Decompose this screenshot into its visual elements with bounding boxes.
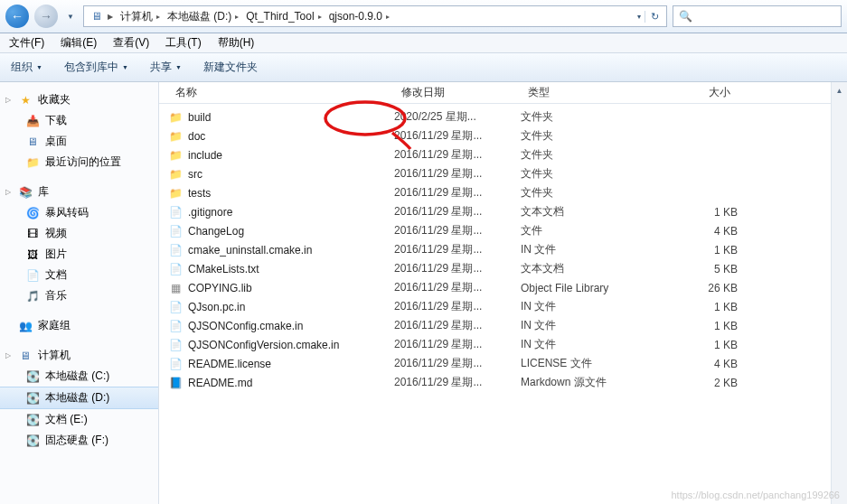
file-name: QJSONConfig.cmake.in xyxy=(188,320,303,332)
sidebar-libraries[interactable]: ▷📚库 xyxy=(0,182,158,202)
column-type[interactable]: 类型 xyxy=(521,85,665,100)
sidebar-item-desktop[interactable]: 🖥桌面 xyxy=(0,131,158,152)
video-icon: 🎞 xyxy=(25,227,40,241)
breadcrumb-segment[interactable]: qjson-0.9.0▸ xyxy=(325,10,393,23)
file-size: 1 KB xyxy=(665,244,738,257)
file-row[interactable]: 📁include2016/11/29 星期...文件夹 xyxy=(159,145,847,164)
search-input[interactable]: 🔍 xyxy=(673,5,842,27)
column-name[interactable]: 名称 xyxy=(168,85,394,100)
file-name: QJson.pc.in xyxy=(188,301,245,313)
file-type: 文件夹 xyxy=(521,185,665,201)
file-date: 2016/11/29 星期... xyxy=(394,261,521,276)
file-type: 文件夹 xyxy=(521,109,665,125)
menu-tools[interactable]: 工具(T) xyxy=(165,35,201,51)
desktop-icon: 🖥 xyxy=(25,135,40,149)
file-row[interactable]: 📁doc2016/11/29 星期...文件夹 xyxy=(159,126,847,145)
file-name: tests xyxy=(188,187,211,200)
file-name: build xyxy=(188,111,211,124)
file-row[interactable]: 📄QJSONConfigVersion.cmake.in2016/11/29 星… xyxy=(159,335,847,354)
menu-view[interactable]: 查看(V) xyxy=(113,35,149,51)
refresh-button[interactable]: ↻ xyxy=(645,11,664,23)
file-row[interactable]: 📁src2016/11/29 星期...文件夹 xyxy=(159,164,847,183)
file-size: 1 KB xyxy=(665,339,738,351)
file-row[interactable]: 📄QJSONConfig.cmake.in2016/11/29 星期...IN … xyxy=(159,316,847,335)
menu-help[interactable]: 帮助(H) xyxy=(218,35,255,51)
file-row[interactable]: 📄ChangeLog2016/11/29 星期...文件4 KB xyxy=(159,221,847,240)
sidebar-item-drive-c[interactable]: 💽本地磁盘 (C:) xyxy=(0,366,158,387)
sidebar: ▷★收藏夹 📥下载 🖥桌面 📁最近访问的位置 ▷📚库 🌀暴风转码 🎞视频 🖼图片… xyxy=(0,82,159,504)
share-button[interactable]: 共享 ▼ xyxy=(150,60,182,75)
file-type: IN 文件 xyxy=(521,242,665,257)
sidebar-item-drive-d[interactable]: 💽本地磁盘 (D:) xyxy=(0,387,158,409)
sidebar-item-pictures[interactable]: 🖼图片 xyxy=(0,244,158,265)
file-size: 1 KB xyxy=(665,320,738,332)
column-date[interactable]: 修改日期 xyxy=(394,85,521,100)
sidebar-item-documents[interactable]: 📄文档 xyxy=(0,265,158,285)
file-icon: 📄 xyxy=(168,300,183,314)
file-type: 文件夹 xyxy=(521,147,665,163)
nav-bar: ← → ▼ 🖥▶ 计算机▸ 本地磁盘 (D:)▸ Qt_Third_Tool▸ … xyxy=(0,0,847,33)
file-date: 2016/11/29 星期... xyxy=(394,128,521,144)
file-icon: 📄 xyxy=(168,262,183,276)
file-row[interactable]: 📘README.md2016/11/29 星期...Markdown 源文件2 … xyxy=(159,373,847,392)
sidebar-item-drive-e[interactable]: 💽文档 (E:) xyxy=(0,409,158,430)
search-icon: 🔍 xyxy=(679,10,692,23)
file-date: 2016/11/29 星期... xyxy=(394,337,521,352)
folder-icon: 📁 xyxy=(168,167,183,182)
file-date: 2016/11/29 星期... xyxy=(394,318,521,333)
file-icon: 📄 xyxy=(168,224,183,238)
history-dropdown-icon[interactable]: ▼ xyxy=(63,13,78,21)
file-row[interactable]: 📄QJson.pc.in2016/11/29 星期...IN 文件1 KB xyxy=(159,297,847,316)
file-date: 2016/11/29 星期... xyxy=(394,356,521,371)
file-row[interactable]: 📄README.license2016/11/29 星期...LICENSE 文… xyxy=(159,354,847,373)
new-folder-button[interactable]: 新建文件夹 xyxy=(203,60,258,75)
breadcrumb-segment[interactable]: 本地磁盘 (D:)▸ xyxy=(164,9,242,24)
file-date: 2016/11/29 星期... xyxy=(394,147,521,163)
computer-icon: 🖥 xyxy=(89,9,104,23)
menu-file[interactable]: 文件(F) xyxy=(9,35,44,51)
file-date: 2016/11/29 星期... xyxy=(394,375,521,390)
file-name: README.md xyxy=(188,377,252,389)
sidebar-favorites[interactable]: ▷★收藏夹 xyxy=(0,89,158,110)
include-library-button[interactable]: 包含到库中 ▼ xyxy=(64,60,128,75)
file-type: Markdown 源文件 xyxy=(521,375,665,390)
file-row[interactable]: 📄.gitignore2016/11/29 星期...文本文档1 KB xyxy=(159,202,847,221)
file-row[interactable]: 📁build2020/2/25 星期...文件夹 xyxy=(159,107,847,126)
sidebar-computer[interactable]: ▷🖥计算机 xyxy=(0,345,158,366)
file-name: ChangeLog xyxy=(188,225,244,238)
column-size[interactable]: 大小 xyxy=(665,85,738,100)
breadcrumb-segment[interactable]: Qt_Third_Tool▸ xyxy=(242,10,325,23)
document-icon: 📄 xyxy=(25,268,40,283)
file-row[interactable]: 📄CMakeLists.txt2016/11/29 星期...文本文档5 KB xyxy=(159,259,847,278)
file-type: 文件 xyxy=(521,223,665,238)
breadcrumb-segment[interactable]: 计算机▸ xyxy=(117,9,164,24)
menu-edit[interactable]: 编辑(E) xyxy=(61,35,97,51)
file-size: 26 KB xyxy=(665,282,738,294)
file-name: CMakeLists.txt xyxy=(188,263,259,275)
address-dropdown-icon[interactable]: ▾ xyxy=(634,13,645,21)
forward-button[interactable]: → xyxy=(34,5,58,28)
sidebar-item-drive-f[interactable]: 💽固态硬盘 (F:) xyxy=(0,430,158,451)
sidebar-item-downloads[interactable]: 📥下载 xyxy=(0,110,158,131)
sidebar-item-video[interactable]: 🎞视频 xyxy=(0,223,158,244)
file-name: cmake_uninstall.cmake.in xyxy=(188,244,312,257)
organize-button[interactable]: 组织 ▼ xyxy=(11,60,42,75)
scroll-up-icon[interactable]: ▲ xyxy=(832,82,847,98)
sidebar-item-music[interactable]: 🎵音乐 xyxy=(0,285,158,306)
back-button[interactable]: ← xyxy=(5,5,29,28)
picture-icon: 🖼 xyxy=(25,247,40,262)
file-size: 2 KB xyxy=(665,377,738,389)
file-row[interactable]: ▦COPYING.lib2016/11/29 星期...Object File … xyxy=(159,278,847,297)
file-type: 文件夹 xyxy=(521,166,665,182)
file-date: 2016/11/29 星期... xyxy=(394,166,521,182)
download-icon: 📥 xyxy=(25,114,40,128)
file-row[interactable]: 📄cmake_uninstall.cmake.in2016/11/29 星期..… xyxy=(159,240,847,259)
sidebar-item-storm[interactable]: 🌀暴风转码 xyxy=(0,202,158,223)
file-date: 2016/11/29 星期... xyxy=(394,223,521,238)
drive-icon: 💽 xyxy=(25,434,40,448)
file-row[interactable]: 📁tests2016/11/29 星期...文件夹 xyxy=(159,183,847,202)
sidebar-item-recent[interactable]: 📁最近访问的位置 xyxy=(0,152,158,173)
scrollbar-vertical[interactable]: ▲ xyxy=(831,82,847,504)
address-bar[interactable]: 🖥▶ 计算机▸ 本地磁盘 (D:)▸ Qt_Third_Tool▸ qjson-… xyxy=(83,5,667,27)
sidebar-homegroup[interactable]: 👥家庭组 xyxy=(0,315,158,336)
